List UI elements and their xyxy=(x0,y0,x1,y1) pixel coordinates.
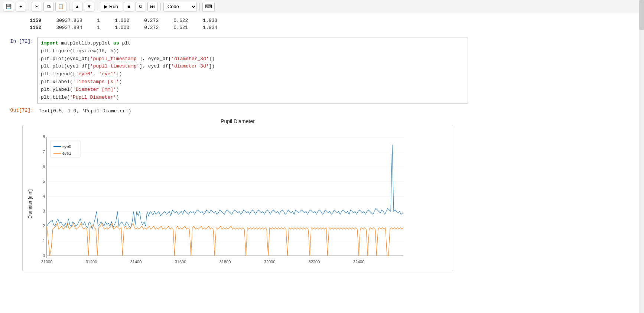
chart-container: Pupil Diameter Diameter [mm] xyxy=(22,118,453,271)
toolbar: 💾 + ✂ ⧉ 📋 ▲ ▼ ▶ Run ■ ↻ ⏭ Code ⌨ xyxy=(0,0,644,13)
cell-timestamp-1162: 30937.884 xyxy=(49,24,90,31)
svg-text:31800: 31800 xyxy=(219,260,231,264)
svg-text:32400: 32400 xyxy=(353,260,365,264)
code-block-72: import matplotlib.pyplot as plt plt.figu… xyxy=(41,40,465,101)
restart-run-button[interactable]: ⏭ xyxy=(147,2,158,11)
move-up-button[interactable]: ▲ xyxy=(72,2,82,11)
svg-text:31000: 31000 xyxy=(41,260,53,264)
eye0-line xyxy=(47,145,403,229)
cut-button[interactable]: ✂ xyxy=(32,2,42,11)
cell-col6-1162: 1.934 xyxy=(195,24,225,31)
svg-text:32200: 32200 xyxy=(309,260,320,264)
svg-text:5: 5 xyxy=(43,179,45,184)
scrollbar-track[interactable] xyxy=(639,0,644,271)
svg-text:eye1: eye1 xyxy=(62,151,71,155)
output-body-72: Text(0.5, 1.0, 'Pupil Diameter') xyxy=(37,106,468,116)
paste-button[interactable]: 📋 xyxy=(55,2,66,11)
cell-col5-1162: 0.621 xyxy=(166,24,195,31)
svg-text:eye0: eye0 xyxy=(62,144,71,149)
run-icon: ▶ xyxy=(104,4,108,9)
separator-1 xyxy=(29,3,29,10)
svg-text:3: 3 xyxy=(43,209,45,213)
chart-wrap: Diameter [mm] xyxy=(22,126,453,271)
data-table: 1159 30937.868 1 1.000 0.272 0.622 1.933… xyxy=(22,17,225,31)
svg-text:31200: 31200 xyxy=(86,260,97,264)
run-button[interactable]: ▶ Run xyxy=(100,2,122,11)
cell-type-select[interactable]: Code xyxy=(163,2,197,11)
move-down-button[interactable]: ▼ xyxy=(84,2,94,11)
run-label: Run xyxy=(109,4,118,9)
svg-text:2: 2 xyxy=(43,224,45,228)
separator-3 xyxy=(97,3,97,10)
svg-text:31400: 31400 xyxy=(130,260,142,264)
cell-col3-1162: 1.000 xyxy=(107,24,137,31)
output-text-72: Text(0.5, 1.0, 'Pupil Diameter') xyxy=(39,108,131,114)
scrollbar-thumb[interactable] xyxy=(639,0,644,30)
row-index-1159: 1159 xyxy=(22,17,49,24)
table-row: 1162 30937.884 1 1.000 0.272 0.621 1.934 xyxy=(22,24,225,31)
eye1-line xyxy=(47,223,403,256)
svg-text:6: 6 xyxy=(43,164,45,169)
table-area: 1159 30937.868 1 1.000 0.272 0.622 1.933… xyxy=(0,13,644,35)
separator-2 xyxy=(69,3,69,10)
svg-text:32000: 32000 xyxy=(264,260,276,264)
cell-timestamp-1159: 30937.868 xyxy=(49,17,90,24)
chart-title: Pupil Diameter xyxy=(22,118,453,124)
add-cell-button[interactable]: + xyxy=(16,2,26,11)
separator-4 xyxy=(160,3,161,10)
restart-button[interactable]: ↻ xyxy=(136,2,146,11)
input-body-72[interactable]: import matplotlib.pyplot as plt plt.figu… xyxy=(37,37,468,104)
stop-button[interactable]: ■ xyxy=(124,2,134,11)
cell-col4-1159: 0.272 xyxy=(137,17,166,24)
cell-col5-1159: 0.622 xyxy=(166,17,195,24)
input-prompt-72: In [72]: xyxy=(0,37,37,104)
cell-col6-1159: 1.933 xyxy=(195,17,225,24)
svg-text:1: 1 xyxy=(43,238,45,243)
save-button[interactable]: 💾 xyxy=(3,2,14,11)
notebook: 1159 30937.868 1 1.000 0.272 0.622 1.933… xyxy=(0,13,644,271)
svg-text:0: 0 xyxy=(43,253,45,258)
svg-text:4: 4 xyxy=(43,194,45,198)
output-prompt-72: Out[72]: xyxy=(0,106,37,116)
table-row: 1159 30937.868 1 1.000 0.272 0.622 1.933 xyxy=(22,17,225,24)
cell-col2-1159: 1 xyxy=(90,17,107,24)
cell-col3-1159: 1.000 xyxy=(107,17,137,24)
cell-col2-1162: 1 xyxy=(90,24,107,31)
row-index-1162: 1162 xyxy=(22,24,49,31)
copy-button[interactable]: ⧉ xyxy=(43,2,54,11)
svg-text:Timestamps [s]: Timestamps [s] xyxy=(210,267,240,267)
keyboard-button[interactable]: ⌨ xyxy=(202,2,215,11)
y-axis-label: Diameter [mm] xyxy=(27,190,33,219)
svg-text:31600: 31600 xyxy=(175,260,186,264)
pupil-diameter-chart: Diameter [mm] xyxy=(26,130,420,267)
input-cell-72: In [72]: import matplotlib.pyplot as plt… xyxy=(0,37,644,104)
svg-text:7: 7 xyxy=(43,149,45,154)
cell-col4-1162: 0.272 xyxy=(137,24,166,31)
separator-5 xyxy=(199,3,200,10)
svg-text:8: 8 xyxy=(43,135,45,139)
output-cell-72: Out[72]: Text(0.5, 1.0, 'Pupil Diameter'… xyxy=(0,106,644,116)
chart-area: 0 1 2 3 4 5 6 7 8 31000 31200 31400 3160… xyxy=(41,135,403,267)
